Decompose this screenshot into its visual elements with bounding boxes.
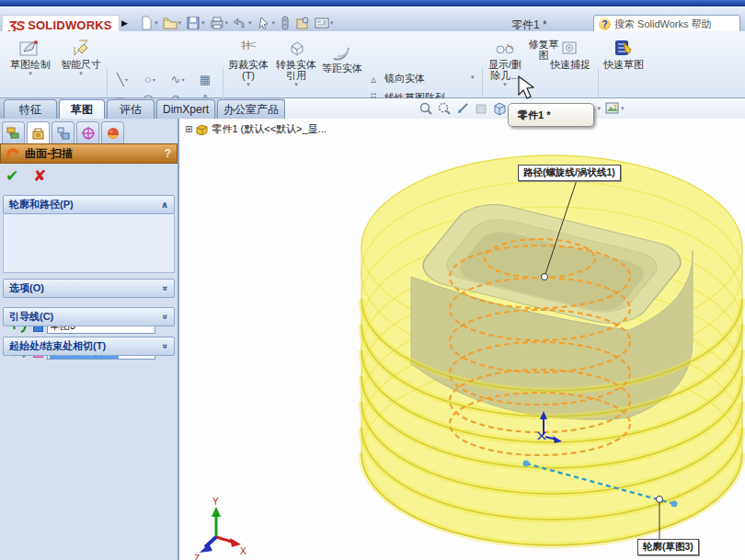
sketch-pencil-icon bbox=[18, 37, 42, 59]
quick-snaps-label: 快速捕捉 bbox=[550, 59, 590, 70]
properties-button[interactable]: ▾ bbox=[314, 15, 335, 31]
surface-sweep-icon bbox=[6, 147, 20, 160]
tab-evaluate[interactable]: 评估 bbox=[107, 99, 155, 119]
save-button[interactable]: ▾ bbox=[185, 15, 206, 31]
tab-label: 草图 bbox=[71, 102, 93, 118]
configuration-manager-tab[interactable] bbox=[52, 121, 74, 143]
sweep-surface-veil bbox=[361, 155, 742, 545]
caret-icon: ▾ bbox=[79, 70, 83, 77]
caret-icon: ▾ bbox=[503, 81, 507, 88]
group-guide-curves[interactable]: 引导线(C) » bbox=[3, 307, 175, 326]
display-manager-tab[interactable] bbox=[101, 121, 124, 143]
caret-icon: ▾ bbox=[294, 81, 298, 88]
graphics-viewport[interactable]: Y X Z ⊞ 零件1 (默认<<默认>_显... 路径(螺旋线/涡状线1) 轮… bbox=[179, 119, 745, 560]
property-manager-tab[interactable] bbox=[27, 121, 50, 143]
trim-scissors-icon bbox=[238, 37, 258, 59]
scene-button[interactable]: ▾ bbox=[604, 101, 625, 116]
spline-tool[interactable]: ∿▾ bbox=[164, 70, 191, 89]
trim-label: 剪裁实体(T) bbox=[226, 59, 270, 81]
triad-y-label: Y bbox=[212, 497, 219, 507]
trim-entities-button[interactable]: 剪裁实体(T) ▾ bbox=[226, 37, 270, 88]
rebuild-button[interactable] bbox=[279, 15, 292, 31]
mirror-entities-button[interactable]: ▵ 镜向实体 bbox=[366, 70, 445, 87]
menu-expander-arrow[interactable]: ▶ bbox=[121, 18, 128, 28]
group-label: 轮廓和路径(P) bbox=[9, 198, 74, 211]
group-profile-path[interactable]: 轮廓和路径(P) ∧ bbox=[3, 195, 175, 214]
sketch-picture-tool[interactable]: ▦ bbox=[191, 70, 219, 89]
quick-snaps-button[interactable]: 快速捕捉 bbox=[548, 37, 592, 70]
offset-entities-button[interactable]: 等距实体 bbox=[322, 40, 362, 74]
chevron-down-icon[interactable]: » bbox=[161, 286, 171, 291]
undo-arrow-icon bbox=[233, 16, 247, 30]
caret-icon[interactable]: ▾ bbox=[248, 19, 252, 27]
search-input[interactable]: 搜索 SolidWorks 帮助 bbox=[614, 17, 712, 31]
section-view-icon bbox=[474, 101, 488, 116]
line-tool[interactable]: ╲▾ bbox=[109, 70, 136, 89]
configuration-icon bbox=[56, 126, 71, 141]
cancel-button[interactable]: ✘ bbox=[33, 166, 46, 186]
property-manager-panel: 曲面-扫描 ? ✔ ✘ 轮廓和路径(P) ∧ 草图3 螺旋线/涡状线1 选项(O… bbox=[0, 119, 179, 560]
open-button[interactable]: ▾ bbox=[162, 15, 183, 31]
scene-picture-icon bbox=[604, 101, 620, 116]
tab-dimxpert[interactable]: DimXpert bbox=[156, 99, 215, 119]
dimxpert-target-icon bbox=[81, 126, 96, 141]
profile-endpoint bbox=[523, 461, 530, 467]
select-button[interactable]: ▾ bbox=[256, 15, 277, 31]
feature-manager-tab[interactable] bbox=[2, 121, 25, 143]
new-document-button[interactable]: ▾ bbox=[138, 15, 159, 31]
section-view-button[interactable] bbox=[474, 101, 488, 116]
caret-icon: ▾ bbox=[246, 81, 250, 88]
tab-sketch[interactable]: 草图 bbox=[59, 99, 105, 119]
caret-icon: ▾ bbox=[471, 74, 475, 81]
convert-entities-button[interactable]: 转换实体引用 ▾ bbox=[274, 37, 318, 88]
profile-callout[interactable]: 轮廓(草图3) bbox=[637, 539, 699, 555]
caret-icon[interactable]: ▾ bbox=[178, 19, 182, 27]
tab-features[interactable]: 特征 bbox=[4, 99, 57, 119]
caret-icon: ▾ bbox=[153, 76, 155, 83]
spline-icon: ∿ bbox=[171, 73, 181, 86]
chevron-up-icon[interactable]: ∧ bbox=[161, 200, 168, 210]
tab-office-products[interactable]: 办公室产品 bbox=[217, 99, 285, 119]
tab-label: DimXpert bbox=[163, 103, 209, 116]
options-button[interactable] bbox=[294, 15, 311, 31]
group-options[interactable]: 选项(O) » bbox=[3, 279, 175, 298]
flyout-feature-tree[interactable]: ⊞ 零件1 (默认<<默认>_显... bbox=[185, 122, 327, 136]
caret-icon[interactable]: ▾ bbox=[272, 19, 276, 27]
rapid-sketch-button[interactable]: 快速草图 bbox=[602, 37, 646, 70]
help-question-icon: ? bbox=[599, 18, 611, 30]
group-label: 选项(O) bbox=[9, 281, 44, 295]
path-callout[interactable]: 路径(螺旋线/涡状线1) bbox=[518, 165, 621, 181]
zoom-area-button[interactable] bbox=[437, 101, 452, 116]
chevron-down-icon[interactable]: » bbox=[161, 344, 171, 349]
chevron-down-icon[interactable]: » bbox=[161, 314, 171, 320]
tree-root-label[interactable]: 零件1 (默认<<默认>_显... bbox=[212, 122, 326, 136]
caret-icon[interactable]: ▾ bbox=[225, 19, 229, 27]
previous-view-button[interactable] bbox=[455, 101, 470, 116]
standard-toolbar: ▾ ▾ ▾ ▾ ▾ ▾ bbox=[138, 15, 335, 31]
ok-button[interactable]: ✔ bbox=[6, 166, 18, 186]
tab-label: 办公室产品 bbox=[224, 102, 279, 118]
rapid-sketch-label: 快速草图 bbox=[603, 59, 644, 70]
smart-dimension-label: 智能尺寸 bbox=[61, 59, 101, 70]
expand-tree-icon[interactable]: ⊞ bbox=[185, 124, 192, 134]
print-button[interactable]: ▾ bbox=[209, 15, 230, 31]
leader-attach-marker bbox=[542, 274, 548, 280]
sketch-button[interactable]: 草图绘制 ▾ bbox=[6, 37, 55, 77]
new-document-icon bbox=[139, 16, 154, 30]
undo-button[interactable]: ▾ bbox=[232, 15, 253, 31]
options-box-icon bbox=[295, 16, 310, 30]
caret-icon[interactable]: ▾ bbox=[155, 19, 158, 27]
display-sphere-icon bbox=[106, 126, 120, 141]
caret-icon[interactable]: ▾ bbox=[201, 19, 205, 27]
zoom-fit-button[interactable] bbox=[418, 101, 433, 116]
solidworks-wordmark: SOLIDWORKS bbox=[28, 18, 112, 32]
smart-dimension-button[interactable]: 智能尺寸 ▾ bbox=[57, 37, 105, 77]
offset-label: 等距实体 bbox=[322, 63, 362, 74]
panel-help-icon[interactable]: ? bbox=[165, 147, 171, 160]
dimxpert-manager-tab[interactable] bbox=[76, 121, 99, 143]
group-start-end-tangency[interactable]: 起始处/结束处相切(T) » bbox=[3, 337, 175, 356]
help-search-box[interactable]: ? 搜索 SolidWorks 帮助 bbox=[593, 15, 740, 33]
caret-icon: ▾ bbox=[181, 76, 184, 83]
circle-tool[interactable]: ○▾ bbox=[136, 70, 164, 89]
caret-icon[interactable]: ▾ bbox=[330, 19, 334, 27]
